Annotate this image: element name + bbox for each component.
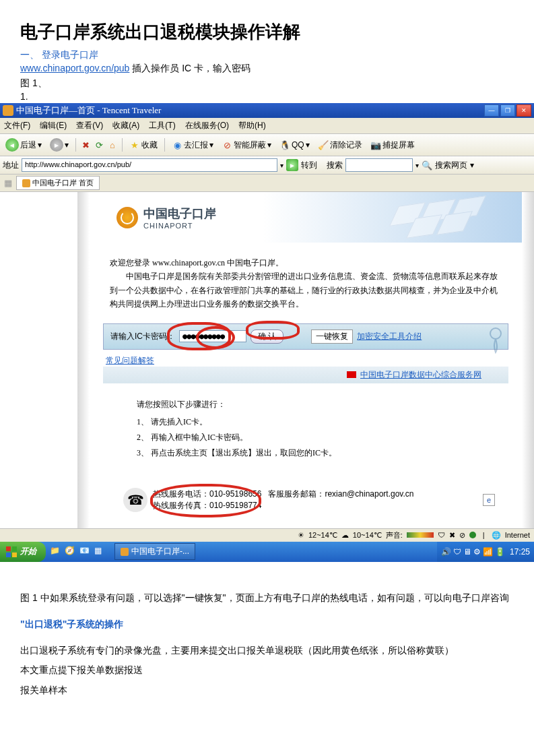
search-label: 搜索 <box>327 160 343 171</box>
faq-link[interactable]: 常见问题解答 <box>106 355 154 367</box>
datacenter-bar: 中国电子口岸数据中心综合服务网 <box>103 367 508 383</box>
phone-icon: ☎ <box>123 488 147 512</box>
ql-icon[interactable]: 🧭 <box>65 546 77 558</box>
menu-edit[interactable]: 编辑(E) <box>40 120 67 131</box>
url-suffix: 插入操作员 IC 卡，输入密码 <box>129 63 251 73</box>
maximize-button[interactable]: ❐ <box>500 104 515 117</box>
toolbar: ◄后退 ▾ ► ▾ ✖ ⟳ ⌂ ★收藏 ◉去汇报 ▾ ⊘智能屏蔽 ▾ 🐧QQ ▾… <box>0 134 534 156</box>
tray-icon[interactable]: 🔋 <box>495 547 505 557</box>
paragraph: 出口退税子系统有专门的录像光盘，主要用来提交出口报关单退税联（因此用黄色纸张，所… <box>20 643 514 659</box>
logo-text-cn: 中国电子口岸 <box>143 206 216 222</box>
menubar: 文件(F) 编辑(E) 查看(V) 收藏(A) 工具(T) 在线服务(O) 帮助… <box>0 118 534 134</box>
tab-bar: ▦ 中国电子口岸 首页 <box>0 175 534 192</box>
menu-help[interactable]: 帮助(H) <box>238 120 266 131</box>
menu-online[interactable]: 在线服务(O) <box>185 120 229 131</box>
task-icon <box>121 548 129 556</box>
app-icon <box>3 105 13 116</box>
home-icon[interactable]: ⌂ <box>107 139 118 150</box>
go-button[interactable]: ► <box>286 159 298 171</box>
browser-screenshot: 中国电子口岸—首页 - Tencent Traveler — ❐ ✕ 文件(F)… <box>0 103 534 562</box>
search-icon[interactable]: 🔍 <box>422 160 432 170</box>
address-bar: 地址 http://www.chinaport.gov.cn/pub/ ▾ ► … <box>0 156 534 175</box>
login-bar: 请输入IC卡密码： ●●●●●●●●●● 确 认 一键恢复 加密安全工具介绍 <box>103 323 508 350</box>
tab-favicon-icon <box>22 179 30 187</box>
tray-icon[interactable]: 🔊 <box>441 547 451 557</box>
sub-heading: "出口退税"子系统的操作 <box>20 619 514 631</box>
search-input[interactable] <box>345 158 413 172</box>
doc-title: 电子口岸系统出口退税模块操作详解 <box>20 20 514 44</box>
page-content: 中国电子口岸 CHINAPORT 欢迎您登录 www.chinaport.g <box>0 192 534 528</box>
browser-statusbar: ☀12~14℃ ☁10~14℃ 声音: 🛡✖⊘ | 🌐Internet <box>0 528 534 542</box>
caption-1: 图 1 中如果系统登录有问题，可以选择"一键恢复"，页面上方有电子口岸的热线电话… <box>20 590 514 606</box>
qq-button[interactable]: 🐧QQ ▾ <box>277 138 312 152</box>
windows-logo-icon <box>5 546 18 558</box>
tray-icon[interactable]: ⚙ <box>473 547 481 557</box>
intro-text: 欢迎您登录 www.chinaport.gov.cn 中国电子口岸。 中国电子口… <box>90 243 522 319</box>
menu-tools[interactable]: 工具(T) <box>149 120 175 131</box>
hotline-block: ☎ 热线服务电话：010-95198656 客服服务邮箱：rexian@chin… <box>123 488 502 512</box>
svg-rect-4 <box>12 553 17 557</box>
menu-view[interactable]: 查看(V) <box>76 120 103 131</box>
logo-text-en: CHINAPORT <box>143 222 216 230</box>
back-button[interactable]: ◄后退 ▾ <box>3 137 44 153</box>
capture-button[interactable]: 📷捕捉屏幕 <box>368 138 418 152</box>
restore-button[interactable]: 一键恢复 <box>311 329 353 344</box>
block-button[interactable]: ⊘智能屏蔽 ▾ <box>219 138 274 152</box>
svg-rect-2 <box>12 546 17 551</box>
ql-icon[interactable]: ▦ <box>94 546 106 558</box>
menu-file[interactable]: 文件(F) <box>4 120 30 131</box>
new-tab-icon[interactable]: ▦ <box>3 178 13 189</box>
ie-logo-icon: e <box>483 494 495 506</box>
svg-rect-3 <box>6 553 11 557</box>
chinaport-logo-icon <box>116 207 138 228</box>
clear-button[interactable]: 🧹清除记录 <box>315 138 365 152</box>
page-header: 中国电子口岸 CHINAPORT <box>90 192 522 243</box>
steps-block: 请您按照以下步骤进行： 1、 请先插入IC卡。 2、 再输入框中输入IC卡密码。… <box>90 390 522 474</box>
window-title: 中国电子口岸—首页 - Tencent Traveler <box>16 104 484 117</box>
minimize-button[interactable]: — <box>484 104 499 117</box>
stop-icon[interactable]: ✖ <box>80 139 91 150</box>
favorites-button[interactable]: ★收藏 <box>127 138 160 152</box>
goto-label: 转到 <box>301 160 317 171</box>
address-label: 地址 <box>3 160 19 171</box>
window-titlebar: 中国电子口岸—首页 - Tencent Traveler — ❐ ✕ <box>0 103 534 118</box>
forward-button[interactable]: ► ▾ <box>47 137 71 153</box>
figure-label: 图 1、 <box>20 77 514 90</box>
refresh-icon[interactable]: ⟳ <box>94 139 104 150</box>
datacenter-link[interactable]: 中国电子口岸数据中心综合服务网 <box>360 369 481 381</box>
quick-launch: 📁 🧭 📧 ▦ <box>46 546 110 558</box>
url-line: www.chinaport.gov.cn/pub 插入操作员 IC 卡，输入密码 <box>20 63 514 75</box>
tray-icon[interactable]: 📶 <box>483 547 493 557</box>
decoration-icon <box>488 327 504 356</box>
paragraph: 本文重点提下报关单数据报送 <box>20 662 514 679</box>
system-tray: 🔊 🛡 🖥 ⚙ 📶 🔋 17:25 <box>437 542 534 562</box>
clock: 17:25 <box>510 547 530 557</box>
address-input[interactable]: http://www.chinaport.gov.cn/pub/ <box>22 158 277 172</box>
confirm-button[interactable]: 确 认 <box>251 329 283 344</box>
ql-icon[interactable]: 📧 <box>79 546 92 558</box>
huibao-button[interactable]: ◉去汇报 ▾ <box>169 138 216 152</box>
flag-icon <box>347 371 356 378</box>
figure-num: 1. <box>20 91 514 102</box>
start-button[interactable]: 开始 <box>0 542 46 562</box>
tray-icon[interactable]: 🛡 <box>453 547 461 557</box>
svg-rect-1 <box>6 546 11 551</box>
paragraph: 报关单样本 <box>20 683 514 699</box>
svg-point-0 <box>490 328 501 339</box>
encryption-link[interactable]: 加密安全工具介绍 <box>357 331 422 342</box>
search-page-label: 搜索网页 <box>435 160 467 171</box>
keyboard-graphic <box>387 197 508 234</box>
section-heading: 一、 登录电子口岸 <box>20 49 514 61</box>
windows-taskbar: 开始 📁 🧭 📧 ▦ 中国电子口岸-... 🔊 🛡 🖥 ⚙ 📶 🔋 17:25 <box>0 542 534 562</box>
password-input[interactable]: ●●●●●●●●●● <box>179 330 246 342</box>
menu-fav[interactable]: 收藏(A) <box>112 120 139 131</box>
close-button[interactable]: ✕ <box>516 104 531 117</box>
ql-icon[interactable]: 📁 <box>50 546 62 558</box>
task-button[interactable]: 中国电子口岸-... <box>114 543 195 560</box>
tray-icon[interactable]: 🖥 <box>463 547 471 557</box>
browser-tab[interactable]: 中国电子口岸 首页 <box>16 176 100 190</box>
chinaport-url[interactable]: www.chinaport.gov.cn/pub <box>20 63 129 73</box>
password-label: 请输入IC卡密码： <box>110 331 175 342</box>
